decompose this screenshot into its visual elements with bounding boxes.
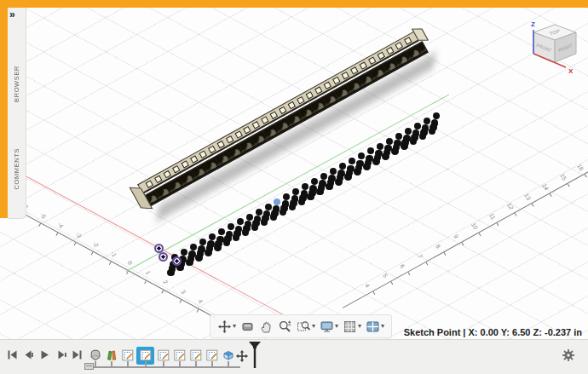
timeline-feature-sketch[interactable] [205,348,219,363]
grid-and-snaps-icon [343,319,357,334]
sketch-point[interactable] [382,152,389,160]
nav-orbit-button[interactable]: ▾ [216,319,237,335]
sketch-point[interactable] [195,254,203,262]
beam-slot-hole [261,116,269,124]
timeline-go-to-start-button[interactable] [7,348,18,364]
beam-slot-hole [243,125,251,134]
move-marker-icon[interactable] [236,350,248,365]
beam-slot-hole [314,86,323,95]
timeline-position-marker[interactable] [248,342,262,369]
sketch-point[interactable] [391,147,399,155]
sidebar-item-comments[interactable]: COMMENTS [8,148,26,210]
beam-slot-hole [288,101,297,109]
sketch-point[interactable] [214,244,222,251]
beam-slot-hole [154,175,163,183]
timeline-playback-controls [7,348,83,364]
timeline-range-slider[interactable] [84,363,94,370]
timeline-step-back-button[interactable] [23,348,34,364]
timeline-go-to-end-button[interactable] [72,348,83,364]
beam-slot-hole [279,106,287,114]
sketch-point[interactable] [401,142,408,150]
nav-grid-and-snaps-button[interactable]: ▾ [342,319,362,335]
expand-panel-icon[interactable]: » [9,9,15,20]
sidebar-accent-strip [0,8,8,218]
browser-tab-label: BROWSER [13,66,20,102]
beam-slot-hole [216,141,225,149]
beam-slot-hole [350,66,359,75]
timeline-feature-sketch[interactable] [120,348,135,363]
timeline-track[interactable] [88,366,240,368]
sketch-point[interactable] [190,244,197,250]
beam-slot-hole [341,71,349,79]
beam-slot-hole [395,42,403,50]
beam-slot-hole [377,51,385,60]
sketch-point-constrained[interactable] [154,244,164,253]
left-panel-tabs: » BROWSER COMMENTS [0,8,26,218]
beam-slot-hole [163,170,171,178]
sketch-point[interactable] [354,168,361,175]
sketch-point[interactable] [405,128,412,135]
timeline-settings-gear-icon[interactable] [562,348,575,365]
sketch-point[interactable] [395,133,402,140]
beam-slot-hole [270,111,279,119]
comments-tab-label: COMMENTS [13,148,20,190]
chevron-down-icon: ▾ [381,323,384,330]
fit-icon [297,319,311,334]
sketch-point[interactable] [344,173,352,181]
sketch-point[interactable] [414,123,421,129]
chevron-down-icon: ▾ [358,323,361,330]
timeline-feature-sketch[interactable] [172,348,187,363]
sketch-point[interactable] [167,269,175,277]
timeline-feature-derive[interactable] [104,348,118,363]
timeline-feature-extrude[interactable] [221,348,235,363]
nav-display-settings-button[interactable]: ▾ [319,319,339,335]
beam-slot-hole [403,37,412,45]
fusion-window: -6-5-4-3-2-101234 45678910111213141516 T… [0,0,588,374]
timeline-step-forward-button[interactable] [55,348,66,364]
status-readout: Sketch Point | X: 0.00 Y: 6.50 Z: -0.237… [404,327,582,337]
timeline-feature-form[interactable] [88,348,102,363]
sketch-point[interactable] [205,249,212,256]
nav-zoom-button[interactable] [277,319,293,335]
sketch-point[interactable] [433,112,440,119]
sketch-point[interactable] [335,178,343,186]
sketch-point[interactable] [223,239,231,246]
sketch-point-constrained[interactable] [172,256,182,266]
sidebar-item-browser[interactable]: BROWSER [8,66,26,125]
sketch-point[interactable] [377,143,383,150]
sketch-point[interactable] [256,209,262,216]
top-accent-bar [0,0,588,8]
beam-slot-hole [145,180,153,188]
chevron-down-icon: ▾ [233,323,236,330]
view-cube[interactable]: TOP FRONT RIGHT Z X [522,16,588,78]
beam-slot-hole [359,61,367,70]
z-axis-label: Z [531,20,535,28]
timeline-bar [0,339,588,374]
pan-icon [259,319,274,334]
viewport-canvas[interactable]: -6-5-4-3-2-101234 45678910111213141516 T… [0,8,588,340]
sketch-point-constrained[interactable] [159,252,168,262]
chevron-down-icon: ▾ [312,323,315,330]
sketch-point[interactable] [199,239,206,245]
sketch-point[interactable] [372,158,380,165]
sketch-point[interactable] [265,204,272,210]
sketch-point[interactable] [181,249,187,256]
timeline-feature-sketch[interactable] [188,348,203,363]
nav-pan-button[interactable] [258,319,274,335]
sketch-point[interactable] [424,118,430,124]
chevron-down-icon: ▾ [335,323,338,330]
sketch-point[interactable] [186,259,193,267]
timeline-feature-sketch[interactable] [156,348,170,363]
nav-look-at-button[interactable] [239,319,256,335]
beam-slot-hole [305,91,314,100]
sketch-point[interactable] [363,163,371,170]
timeline-play-button[interactable] [39,348,50,364]
nav-viewports-button[interactable]: ▾ [365,319,385,335]
beam-slot-hole [190,155,199,164]
navigation-toolbar: ▾▾▾▾▾ [210,314,392,338]
x-axis-label: X [568,67,574,75]
beam-slot-hole [172,165,181,174]
nav-fit-button[interactable]: ▾ [296,319,316,335]
sketch-point[interactable] [386,138,393,145]
sketch-point[interactable] [246,214,253,221]
